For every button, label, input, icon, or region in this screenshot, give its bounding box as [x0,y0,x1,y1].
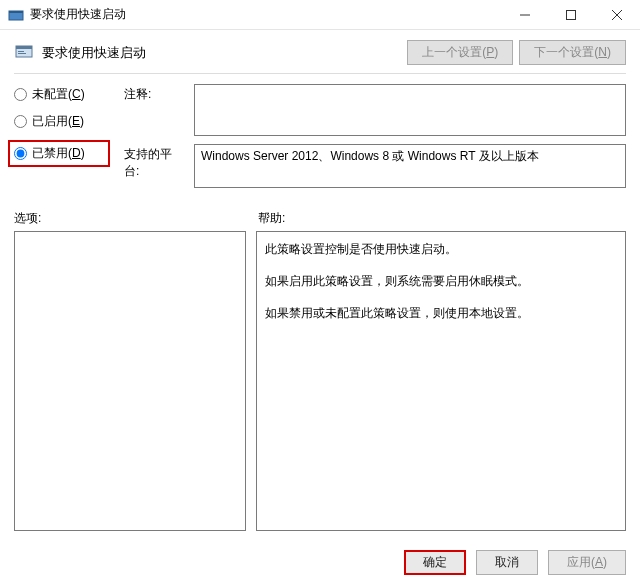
next-setting-button[interactable]: 下一个设置(N) [519,40,626,65]
radio-disabled-input[interactable] [14,147,27,160]
svg-rect-9 [18,53,26,54]
svg-rect-8 [18,51,24,52]
app-icon [8,7,24,23]
radio-disabled[interactable]: 已禁用(D) [14,145,85,162]
divider [14,73,626,74]
help-text-3: 如果禁用或未配置此策略设置，则使用本地设置。 [265,304,617,322]
radio-enabled-input[interactable] [14,115,27,128]
svg-rect-1 [9,11,23,13]
header-row: 要求使用快速启动 上一个设置(P) 下一个设置(N) [14,40,626,65]
cancel-button[interactable]: 取消 [476,550,538,575]
platform-box: Windows Server 2012、Windows 8 或 Windows … [194,144,626,188]
radio-enabled[interactable]: 已启用(E) [14,113,110,130]
comment-input[interactable] [194,84,626,136]
help-label: 帮助: [258,210,626,227]
titlebar: 要求使用快速启动 [0,0,640,30]
options-panel [14,231,246,531]
prev-setting-button[interactable]: 上一个设置(P) [407,40,513,65]
maximize-button[interactable] [548,0,594,29]
footer-buttons: 确定 取消 应用(A) [404,550,626,575]
svg-rect-7 [16,46,32,49]
help-text-2: 如果启用此策略设置，则系统需要启用休眠模式。 [265,272,617,290]
radio-not-configured[interactable]: 未配置(C) [14,86,110,103]
window-title: 要求使用快速启动 [30,6,502,23]
svg-rect-3 [567,10,576,19]
radio-not-configured-input[interactable] [14,88,27,101]
ok-button[interactable]: 确定 [404,550,466,575]
radio-disabled-highlight: 已禁用(D) [8,140,110,167]
radio-group: 未配置(C) 已启用(E) 已禁用(D) [14,84,110,196]
apply-button[interactable]: 应用(A) [548,550,626,575]
help-panel: 此策略设置控制是否使用快速启动。 如果启用此策略设置，则系统需要启用休眠模式。 … [256,231,626,531]
comment-label: 注释: [124,84,184,136]
close-button[interactable] [594,0,640,29]
platform-label: 支持的平台: [124,144,184,188]
minimize-button[interactable] [502,0,548,29]
window-controls [502,0,640,29]
policy-icon [14,41,34,64]
policy-title: 要求使用快速启动 [42,44,146,62]
options-label: 选项: [14,210,258,227]
help-text-1: 此策略设置控制是否使用快速启动。 [265,240,617,258]
